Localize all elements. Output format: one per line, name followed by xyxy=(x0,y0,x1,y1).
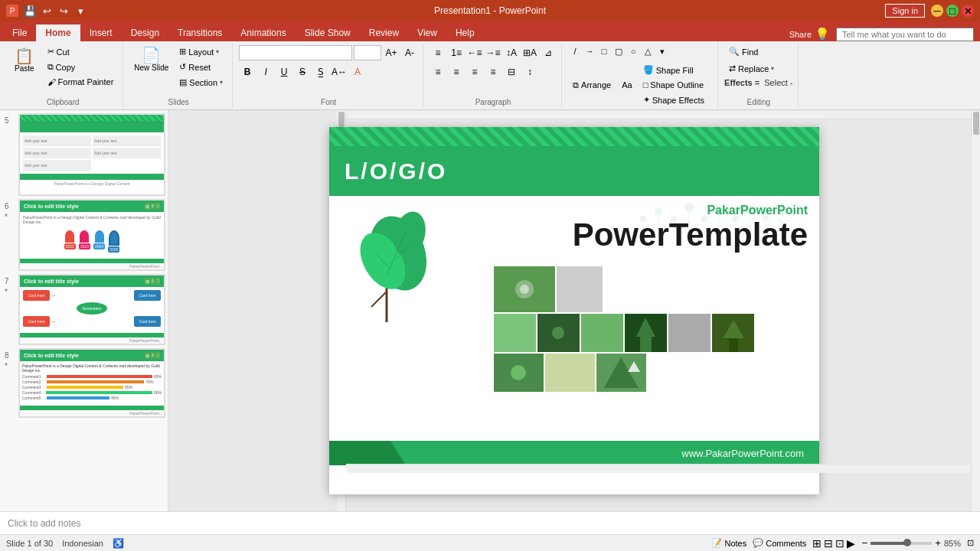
cut-button[interactable]: ✂ Cut xyxy=(43,44,119,59)
redo-button[interactable]: ↪ xyxy=(57,4,70,18)
justify-button[interactable]: ≡ xyxy=(485,64,501,80)
save-button[interactable]: 💾 xyxy=(23,4,37,18)
restore-button[interactable]: □ xyxy=(946,5,959,17)
align-left-button[interactable]: ≡ xyxy=(430,64,446,80)
new-slide-button[interactable]: 📄 New Slide xyxy=(129,44,173,75)
shape-arrow[interactable]: → xyxy=(583,44,596,58)
effects-label: Effects = xyxy=(724,78,760,87)
shape-line[interactable]: / xyxy=(568,44,582,58)
undo-button[interactable]: ↩ xyxy=(40,4,54,18)
italic-button[interactable]: I xyxy=(257,64,274,80)
reading-view-button[interactable]: ⊡ xyxy=(835,537,844,549)
align-center-button[interactable]: ≡ xyxy=(448,64,465,80)
strikethrough-button[interactable]: S xyxy=(294,64,311,80)
tab-view[interactable]: View xyxy=(408,24,446,41)
slideshow-button[interactable]: ▶ xyxy=(847,537,855,549)
drawing-row: ⧉ Arrange Aa 🪣 Shape Fill □ Shape Outlin… xyxy=(568,63,709,107)
copy-button[interactable]: ⧉ Copy xyxy=(43,60,119,74)
zoom-out-button[interactable]: − xyxy=(861,537,867,549)
slide-thumb-6[interactable]: Click to edit title style ⊞ ≡ □ PakarPow… xyxy=(18,199,165,271)
tab-slideshow[interactable]: Slide Show xyxy=(296,24,360,41)
share-button[interactable]: Share xyxy=(789,30,812,39)
numbering-button[interactable]: 1≡ xyxy=(448,44,465,61)
zoom-control: − + 85% xyxy=(861,537,961,549)
shape-effects-button[interactable]: ✦ Shape Effects xyxy=(639,93,709,107)
shape-tri[interactable]: △ xyxy=(641,44,655,58)
underline-button[interactable]: U xyxy=(276,64,292,80)
img-cell-10 xyxy=(545,354,595,392)
decrease-font-button[interactable]: A- xyxy=(401,44,418,61)
tab-insert[interactable]: Insert xyxy=(80,24,122,41)
font-name-input[interactable] xyxy=(239,45,352,60)
arrange-icon: ⧉ xyxy=(573,80,579,90)
zoom-in-button[interactable]: + xyxy=(935,537,941,549)
svg-point-32 xyxy=(552,327,564,339)
reset-button[interactable]: ↺ Reset xyxy=(175,60,227,74)
tab-design[interactable]: Design xyxy=(122,24,168,41)
font-color-button[interactable]: A xyxy=(349,64,366,80)
slide-6-title: Click to edit title style xyxy=(24,204,79,209)
slide-thumb-5[interactable]: Add your text Add your text Add your tex… xyxy=(18,113,165,196)
bullets-button[interactable]: ≡ xyxy=(430,44,446,61)
paste-button[interactable]: 📋 Paste xyxy=(8,44,41,77)
increase-font-button[interactable]: A+ xyxy=(383,44,400,61)
tab-help[interactable]: Help xyxy=(446,24,484,41)
layout-button[interactable]: ⊞ Layout ▾ xyxy=(175,44,227,59)
tab-animations[interactable]: Animations xyxy=(231,24,295,41)
slide-sorter-button[interactable]: ⊟ xyxy=(824,537,833,549)
increase-indent-button[interactable]: →≡ xyxy=(485,44,501,61)
align-right-button[interactable]: ≡ xyxy=(466,64,483,80)
shape-fill-button[interactable]: 🪣 Shape Fill xyxy=(639,63,709,77)
tell-me-input[interactable] xyxy=(836,28,974,41)
arrange-button[interactable]: ⧉ Arrange xyxy=(568,78,616,93)
notes-button[interactable]: 📝 Notes xyxy=(711,538,746,548)
comments-icon: 💬 xyxy=(753,538,763,548)
section-button[interactable]: ▤ Section ▾ xyxy=(175,75,227,90)
tab-review[interactable]: Review xyxy=(360,24,408,41)
replace-button[interactable]: ⇄ Replace ▾ xyxy=(724,61,779,76)
bottom-scrollbar[interactable] xyxy=(346,464,971,473)
columns-button[interactable]: ⊟ xyxy=(503,64,520,80)
normal-view-button[interactable]: ⊞ xyxy=(812,537,822,549)
text-direction-button[interactable]: ↕A xyxy=(503,44,520,61)
smartart-button[interactable]: ⊿ xyxy=(540,44,557,61)
statusbar-right: 📝 Notes 💬 Comments ⊞ ⊟ ⊡ ▶ − + 85% ⊡ xyxy=(711,537,974,549)
fit-to-window-button[interactable]: ⊡ xyxy=(967,538,974,548)
right-scrollbar[interactable] xyxy=(971,110,980,511)
bold-button[interactable]: B xyxy=(239,64,256,80)
find-icon: 🔍 xyxy=(729,47,740,57)
top-scrollbar[interactable] xyxy=(346,110,971,119)
tell-me-lightbulb[interactable]: 💡 xyxy=(815,27,830,41)
close-button[interactable]: ✕ xyxy=(962,5,974,17)
zoom-slider[interactable] xyxy=(871,542,932,545)
font-size-input[interactable] xyxy=(354,45,381,60)
comments-button[interactable]: 💬 Comments xyxy=(753,538,806,548)
notes-icon: 📝 xyxy=(711,538,722,548)
tab-home[interactable]: Home xyxy=(36,24,80,41)
tab-transitions[interactable]: Transitions xyxy=(168,24,231,41)
decrease-indent-button[interactable]: ←≡ xyxy=(466,44,483,61)
notes-area[interactable]: Click to add notes xyxy=(0,511,980,534)
char-spacing-button[interactable]: A↔ xyxy=(331,64,348,80)
powerpoint-icon: P xyxy=(6,5,18,17)
shape-rect[interactable]: □ xyxy=(597,44,611,58)
slide-thumb-8[interactable]: Click to edit title style ⊞ ≡ □ PakarPow… xyxy=(18,348,165,418)
align-text-button[interactable]: ⊞A xyxy=(521,44,538,61)
line-spacing-button[interactable]: ↕ xyxy=(521,64,538,80)
customize-button[interactable]: ▾ xyxy=(74,4,87,18)
shape-oval[interactable]: ○ xyxy=(626,44,640,58)
quick-styles-button[interactable]: Aa xyxy=(617,78,636,92)
find-button[interactable]: 🔍 Find xyxy=(724,44,763,59)
shape-more[interactable]: ▾ xyxy=(655,44,669,58)
slide-thumb-7[interactable]: Click to edit title style ⊞ ≡ □ Card her… xyxy=(18,274,165,345)
text-shadow-button[interactable]: S̲ xyxy=(312,64,329,80)
shape-fill-icon: 🪣 xyxy=(643,65,654,75)
slide-6-container: 6 * Click to edit title style ⊞ ≡ □ Paka… xyxy=(18,199,165,271)
effects-select-row: Effects = Select - xyxy=(724,78,792,87)
tab-file[interactable]: File xyxy=(3,24,36,41)
shape-rounded-rect[interactable]: ▢ xyxy=(612,44,626,58)
signin-button[interactable]: Sign in xyxy=(885,4,925,18)
shape-outline-button[interactable]: □ Shape Outline xyxy=(639,78,709,92)
minimize-button[interactable]: ─ xyxy=(931,5,943,17)
format-painter-button[interactable]: 🖌 Format Painter xyxy=(43,75,119,89)
